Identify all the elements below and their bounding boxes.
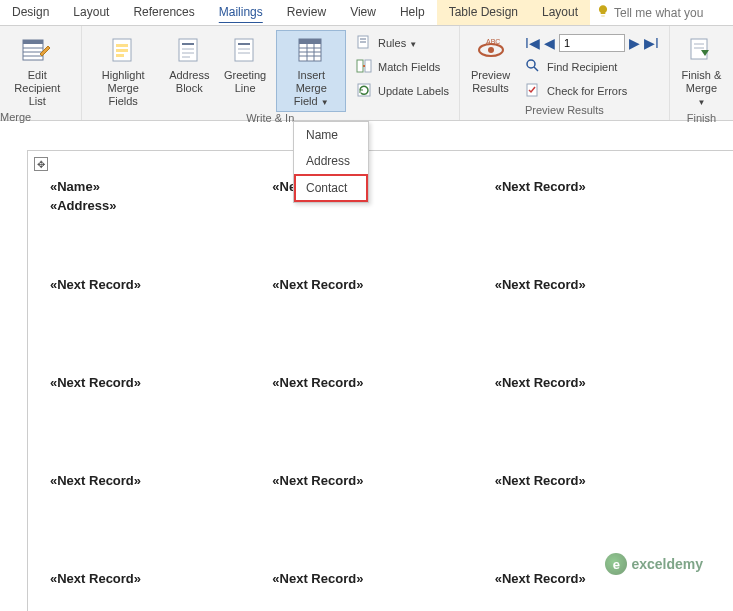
tab-table-layout[interactable]: Layout [530,0,590,25]
greeting-line-button[interactable]: Greeting Line [220,30,271,98]
ribbon-tabs: Design Layout References Mailings Review… [0,0,733,26]
tab-references[interactable]: References [121,0,206,25]
greeting-line-icon [233,33,257,67]
check-errors-label: Check for Errors [547,85,627,97]
label-cell[interactable]: «Next Record» [272,375,494,473]
highlight-merge-fields-label: Highlight Merge Fields [93,69,154,108]
label-cell[interactable]: «Next Record» [50,277,272,375]
merge-field-next-record: «Next Record» [495,473,717,488]
label-cell[interactable]: «Next Record» [272,277,494,375]
last-record-button[interactable]: ▶I [644,35,659,51]
record-number-input[interactable] [559,34,625,52]
svg-rect-6 [116,44,128,47]
dropdown-item-contact[interactable]: Contact [294,174,368,202]
document-area: «Name» «Address» «Next Record» «Next Rec… [27,150,733,611]
merge-field-next-record: «Next Record» [50,571,272,586]
find-recipient-button[interactable]: Find Recipient [523,56,661,78]
ribbon: Edit Recipient List Merge Highlight Merg… [0,26,733,121]
tab-help[interactable]: Help [388,0,437,25]
merge-field-next-record: «Next Record» [50,473,272,488]
tab-design[interactable]: Design [0,0,61,25]
label-cell[interactable]: «Next Record» [495,277,717,375]
merge-field-name: «Name» [50,179,272,194]
chevron-down-icon: ▼ [321,98,329,107]
tab-review[interactable]: Review [275,0,338,25]
svg-rect-19 [299,39,321,44]
insert-merge-field-icon [297,33,325,67]
rules-button[interactable]: Rules ▼ [354,32,451,54]
merge-field-next-record: «Next Record» [495,571,717,586]
preview-results-label: Preview Results [471,69,510,95]
svg-rect-28 [357,60,363,72]
label-cell[interactable]: «Next Record» [495,473,717,571]
insert-merge-field-button[interactable]: Insert Merge Field ▼ [276,30,346,112]
group-finish: Finish & Merge ▼ Finish [670,26,733,120]
record-navigator: I◀ ◀ ▶ ▶I [523,32,661,54]
label-cell[interactable]: «Next Record» [272,473,494,571]
check-errors-icon [525,82,541,100]
address-block-label: Address Block [169,69,209,95]
prev-record-button[interactable]: ◀ [544,35,555,51]
preview-icon: ABC [475,33,507,67]
svg-text:ABC: ABC [486,38,500,45]
svg-rect-7 [116,49,128,52]
tell-me-label: Tell me what you [614,6,703,20]
match-fields-button[interactable]: Match Fields [354,56,451,78]
rules-icon [356,34,372,52]
label-cell[interactable]: «Next Record» [495,375,717,473]
search-icon [525,58,541,76]
svg-rect-9 [179,39,197,61]
merge-extras: Rules ▼ Match Fields Update Labels [352,30,453,104]
update-labels-icon [356,82,372,100]
label-cell[interactable]: «Name» «Address» [50,179,272,277]
tab-mailings[interactable]: Mailings [207,0,275,25]
merge-field-next-record: «Next Record» [272,277,494,292]
merge-field-address: «Address» [50,198,272,213]
next-record-button[interactable]: ▶ [629,35,640,51]
table-move-handle[interactable] [34,157,48,171]
svg-rect-8 [116,54,124,57]
edit-recipient-list-button[interactable]: Edit Recipient List [0,30,75,111]
edit-recipient-list-label: Edit Recipient List [5,69,70,108]
match-fields-icon [356,58,372,76]
update-labels-label: Update Labels [378,85,449,97]
svg-rect-29 [365,60,371,72]
label-cell[interactable]: «Next Record» [272,571,494,611]
address-block-button[interactable]: Address Block [165,30,214,98]
tab-layout[interactable]: Layout [61,0,121,25]
preview-results-button[interactable]: ABC Preview Results [466,30,515,98]
tab-table-design[interactable]: Table Design [437,0,530,25]
preview-extras: I◀ ◀ ▶ ▶I Find Recipient Check for Error… [521,30,663,104]
update-labels-button[interactable]: Update Labels [354,80,451,102]
finish-merge-label: Finish & Merge ▼ [681,69,722,109]
label-cell[interactable]: «Next Record» [50,375,272,473]
svg-rect-37 [691,39,707,59]
dropdown-item-name[interactable]: Name [294,122,368,148]
highlight-merge-fields-button[interactable]: Highlight Merge Fields [88,30,159,111]
lightbulb-icon [596,4,610,21]
tell-me-search[interactable]: Tell me what you [590,0,709,26]
merge-field-next-record: «Next Record» [495,277,717,292]
svg-rect-1 [23,40,43,44]
check-errors-button[interactable]: Check for Errors [523,80,661,102]
tab-view[interactable]: View [338,0,388,25]
label-cell[interactable]: «Next Record» [495,571,717,611]
merge-field-next-record: «Next Record» [272,375,494,390]
merge-field-next-record: «Next Record» [495,179,717,194]
label-cell[interactable]: «Next Record» [495,179,717,277]
group-preview-results: ABC Preview Results I◀ ◀ ▶ ▶I Find Recip… [460,26,670,120]
finish-merge-button[interactable]: Finish & Merge ▼ [676,30,727,112]
merge-field-next-record: «Next Record» [50,277,272,292]
group-finish-label: Finish [687,112,716,126]
dropdown-item-address[interactable]: Address [294,148,368,174]
highlight-icon [110,33,136,67]
first-record-button[interactable]: I◀ [525,35,540,51]
group-write-label: Write & In [246,112,294,126]
merge-field-next-record: «Next Record» [272,473,494,488]
svg-point-32 [488,47,494,53]
label-cell[interactable]: «Next Record» [50,473,272,571]
recipient-list-icon [22,33,52,67]
rules-label: Rules ▼ [378,37,417,49]
label-cell[interactable]: «Next Record» [50,571,272,611]
svg-point-34 [527,60,535,68]
